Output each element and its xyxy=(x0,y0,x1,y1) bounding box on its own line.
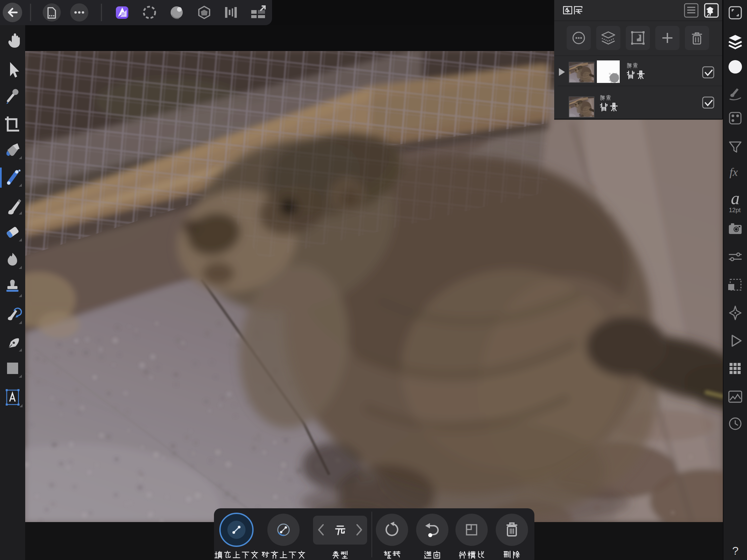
svg-text:a: a xyxy=(731,189,740,208)
svg-text:12pt: 12pt xyxy=(729,207,741,214)
svg-text:fx: fx xyxy=(729,166,738,178)
svg-text:?: ? xyxy=(732,544,739,557)
